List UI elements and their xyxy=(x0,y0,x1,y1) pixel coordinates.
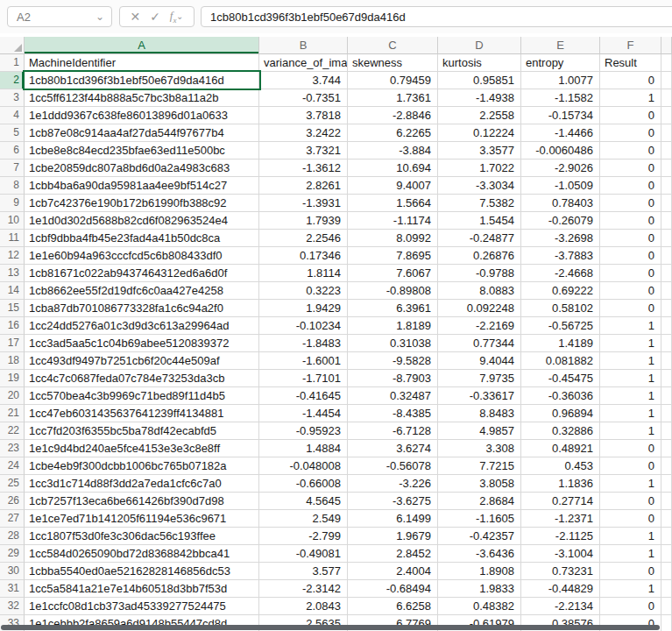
cell[interactable]: 0.32886 xyxy=(521,422,600,440)
cell[interactable]: 1.7022 xyxy=(438,160,521,177)
cell[interactable] xyxy=(661,422,672,440)
row-header-25[interactable]: 25 xyxy=(0,475,25,493)
cell[interactable]: 0.78403 xyxy=(521,195,600,212)
cell[interactable]: 0 xyxy=(600,265,661,282)
cell[interactable]: 1cb7257f13eca6be661426bf390d7d98 xyxy=(25,493,259,510)
cell[interactable]: 0.27714 xyxy=(521,493,600,510)
cell[interactable]: 8.0992 xyxy=(348,230,438,247)
cell[interactable]: 1cba87db701086773328fa1c6c94a2f0 xyxy=(25,300,259,317)
cell[interactable]: 3.2422 xyxy=(259,124,348,142)
cell[interactable]: 0 xyxy=(600,598,661,615)
cell[interactable]: 0 xyxy=(600,107,661,124)
cell[interactable]: 0.453 xyxy=(521,457,600,475)
row-header-9[interactable]: 9 xyxy=(0,195,25,212)
cell[interactable]: -0.56078 xyxy=(348,457,438,475)
cell[interactable]: 1.5454 xyxy=(438,212,521,230)
cell[interactable]: 1.0077 xyxy=(521,72,600,89)
row-header-16[interactable]: 16 xyxy=(0,317,25,335)
cell[interactable]: 2.0843 xyxy=(259,598,348,615)
cell[interactable]: 3.6274 xyxy=(348,440,438,457)
cell[interactable]: -1.4466 xyxy=(521,124,600,142)
cell[interactable] xyxy=(661,265,672,282)
cell[interactable]: 0.17346 xyxy=(259,247,348,265)
cell[interactable] xyxy=(661,475,672,493)
cell[interactable] xyxy=(661,72,672,89)
cell[interactable]: 0 xyxy=(600,563,661,580)
cell[interactable]: -0.89808 xyxy=(348,282,438,300)
cell[interactable]: -3.1004 xyxy=(521,545,600,563)
cell[interactable] xyxy=(661,615,672,631)
cell[interactable] xyxy=(661,212,672,230)
cell[interactable]: -2.3142 xyxy=(259,580,348,598)
cell[interactable]: -3.2698 xyxy=(521,230,600,247)
row-header-11[interactable]: 11 xyxy=(0,230,25,247)
cell[interactable]: -0.42357 xyxy=(438,528,521,545)
cell[interactable]: 1cc3d1c714d88f3dd2a7eda1cfc6c7a0 xyxy=(25,475,259,493)
cell[interactable]: 1e1ce7ed71b141205f61194e536c9671 xyxy=(25,510,259,528)
cell[interactable]: -2.8846 xyxy=(348,107,438,124)
cell[interactable]: Result xyxy=(600,54,661,72)
cell[interactable]: 1 xyxy=(600,335,661,352)
cell[interactable]: -3.7883 xyxy=(521,247,600,265)
cell[interactable] xyxy=(661,440,672,457)
cell[interactable]: 1cb80b1cd396f3b1ebf50e67d9da416d xyxy=(25,72,259,89)
cell[interactable] xyxy=(661,528,672,545)
cell[interactable]: 0.48382 xyxy=(438,598,521,615)
row-header-30[interactable]: 30 xyxy=(0,563,25,580)
cell[interactable]: variance_of_ima xyxy=(259,54,348,72)
row-header-31[interactable]: 31 xyxy=(0,580,25,598)
cell[interactable]: -1.7101 xyxy=(259,370,348,387)
cell[interactable]: 1.7361 xyxy=(348,89,438,107)
cell[interactable] xyxy=(661,387,672,405)
column-header-D[interactable]: D xyxy=(438,37,521,54)
cell[interactable]: -0.41645 xyxy=(259,387,348,405)
cell[interactable]: 1cb8662ee55f2d19dfc6c0aa427e4258 xyxy=(25,282,259,300)
row-header-8[interactable]: 8 xyxy=(0,177,25,195)
cell[interactable]: -2.2169 xyxy=(438,317,521,335)
cell[interactable]: -0.24877 xyxy=(438,230,521,247)
cell[interactable]: 0 xyxy=(600,457,661,475)
cell[interactable]: -0.56725 xyxy=(521,317,600,335)
horizontal-scrollbar[interactable] xyxy=(1,625,660,630)
cell[interactable] xyxy=(661,300,672,317)
row-header-32[interactable]: 32 xyxy=(0,598,25,615)
cell[interactable]: -1.3931 xyxy=(259,195,348,212)
cell[interactable]: -3.226 xyxy=(348,475,438,493)
cell[interactable]: 0.31038 xyxy=(348,335,438,352)
cell[interactable]: 0.79459 xyxy=(348,72,438,89)
cell[interactable]: -1.4454 xyxy=(259,405,348,422)
cell[interactable]: -3.3034 xyxy=(438,177,521,195)
cell[interactable]: 0 xyxy=(600,124,661,142)
cell[interactable]: -0.10234 xyxy=(259,317,348,335)
column-header-C[interactable]: C xyxy=(348,37,438,54)
row-header-14[interactable]: 14 xyxy=(0,282,25,300)
row-header-17[interactable]: 17 xyxy=(0,335,25,352)
cell[interactable]: kurtosis xyxy=(438,54,521,72)
cell[interactable] xyxy=(661,142,672,160)
cell[interactable]: 2.8684 xyxy=(438,493,521,510)
cell[interactable] xyxy=(661,493,672,510)
cell[interactable]: 1.9429 xyxy=(259,300,348,317)
cell[interactable] xyxy=(661,580,672,598)
cell[interactable]: 0.95851 xyxy=(438,72,521,89)
row-header-27[interactable]: 27 xyxy=(0,510,25,528)
cell[interactable]: 1cc24dd5276a01c3d9d3c613a29964ad xyxy=(25,317,259,335)
cell[interactable]: 1cbe4eb9f300dcbb1006bc765b07182a xyxy=(25,457,259,475)
cell[interactable] xyxy=(661,195,672,212)
cell[interactable] xyxy=(661,89,672,107)
cell[interactable]: 1cbf9dbba4fb45e23fad4a41b50dc8ca xyxy=(25,230,259,247)
cell[interactable]: 1 xyxy=(600,580,661,598)
cell[interactable]: -1.6001 xyxy=(259,352,348,370)
cell[interactable]: 1 xyxy=(600,545,661,563)
cell[interactable]: -1.8483 xyxy=(259,335,348,352)
cell[interactable]: 1cb7c42376e190b172b61990fb388c92 xyxy=(25,195,259,212)
column-header-E[interactable]: E xyxy=(521,37,600,54)
row-header-2[interactable]: 2 xyxy=(0,72,25,89)
cell[interactable]: 0 xyxy=(600,440,661,457)
cell[interactable]: 3.7321 xyxy=(259,142,348,160)
cell[interactable]: 1 xyxy=(600,387,661,405)
cell[interactable]: 1.9833 xyxy=(438,580,521,598)
cell[interactable]: -1.1605 xyxy=(438,510,521,528)
row-header-3[interactable]: 3 xyxy=(0,89,25,107)
row-header-13[interactable]: 13 xyxy=(0,265,25,282)
